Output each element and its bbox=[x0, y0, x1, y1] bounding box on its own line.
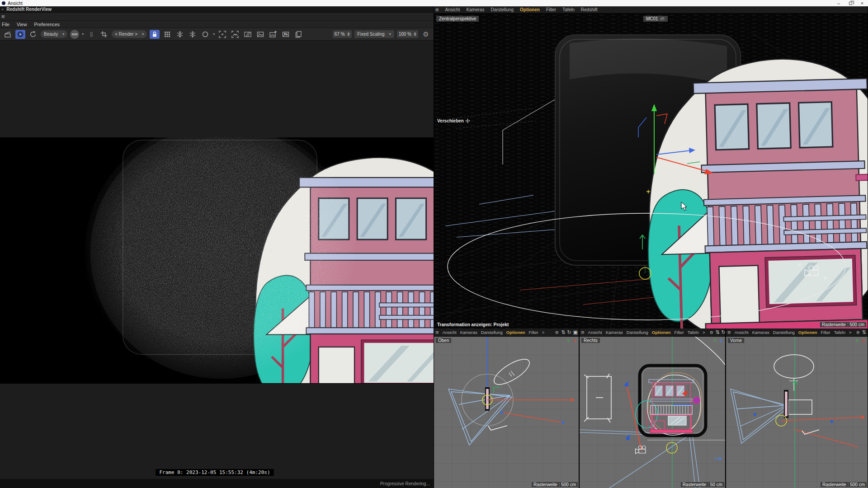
menu-filter[interactable]: Filter bbox=[675, 330, 684, 335]
scale-percent-stepper[interactable]: 100 % bbox=[397, 30, 418, 38]
vorne-view-tools: ⇅ ↻ bbox=[855, 330, 868, 335]
stepper-arrows-icon bbox=[414, 32, 416, 36]
menu-filter[interactable]: Filter bbox=[546, 7, 556, 12]
menu-redshift[interactable]: Redshift bbox=[581, 7, 598, 12]
scaling-mode-dropdown[interactable]: Fixed Scaling▾ bbox=[354, 30, 394, 38]
menu-ansicht[interactable]: Ansicht bbox=[735, 330, 749, 335]
menu-darstellung[interactable]: Darstellung bbox=[627, 330, 648, 335]
menu-kameras[interactable]: Kameras bbox=[466, 7, 484, 12]
camera-tag[interactable]: MC01 bbox=[643, 16, 668, 22]
grid-size-label: Rasterweite : 500 cm bbox=[532, 482, 578, 487]
viewport-rechts: ≡ Ansicht Kameras Darstellung Optionen F… bbox=[580, 328, 725, 488]
progress-text: Progressive Rendering... bbox=[380, 481, 430, 486]
stepper-arrows-icon bbox=[347, 32, 350, 36]
zoom-percent-stepper[interactable]: 67 % bbox=[333, 30, 352, 38]
lock-button[interactable] bbox=[150, 30, 160, 39]
menu-view[interactable]: View bbox=[17, 22, 27, 27]
menu-kameras[interactable]: Kameras bbox=[752, 330, 769, 335]
channel-caret-icon[interactable]: ▾ bbox=[82, 31, 84, 38]
hamburger-icon[interactable]: ≡ bbox=[581, 330, 585, 335]
oben-canvas[interactable]: Oben YX Rasterweite : 500 cm bbox=[434, 337, 579, 488]
menu-optionen[interactable]: Optionen bbox=[798, 330, 817, 335]
menu-optionen[interactable]: Optionen bbox=[652, 330, 671, 335]
menu-filter[interactable]: Filter bbox=[821, 330, 830, 335]
grid-size-label: Rasterweite : 50 cm bbox=[681, 482, 724, 487]
vorne-scene bbox=[726, 337, 868, 488]
region-caret-icon[interactable]: ▾ bbox=[213, 31, 215, 38]
menu-tafeln[interactable]: Tafeln bbox=[688, 330, 699, 335]
menu-ansicht[interactable]: Ansicht bbox=[588, 330, 602, 335]
start-render-button[interactable] bbox=[15, 30, 25, 39]
restart-render-button[interactable] bbox=[28, 30, 38, 39]
snapshot-film-button[interactable] bbox=[3, 30, 13, 39]
viewport-name-label: Vorne bbox=[728, 338, 744, 343]
restore-button[interactable] bbox=[844, 0, 856, 6]
menu-darstellung[interactable]: Darstellung bbox=[773, 330, 795, 335]
aov-compare-button[interactable] bbox=[243, 30, 253, 39]
menu-optionen[interactable]: Optionen bbox=[506, 330, 525, 335]
snapshot-add-button[interactable] bbox=[268, 30, 278, 39]
crop-button[interactable] bbox=[99, 30, 109, 39]
menu-kameras[interactable]: Kameras bbox=[460, 330, 477, 335]
pan-hand-icon[interactable] bbox=[709, 330, 714, 335]
region-circle-button[interactable] bbox=[200, 30, 210, 39]
menu-more[interactable]: > bbox=[542, 330, 545, 335]
channel-rgb-button[interactable]: RGB bbox=[70, 30, 79, 39]
snapshot-image-button[interactable] bbox=[255, 30, 265, 39]
copy-image-button[interactable] bbox=[293, 30, 303, 39]
settings-gear-button[interactable]: ⚙ bbox=[421, 30, 431, 39]
hamburger-icon[interactable]: ≡ bbox=[727, 330, 731, 335]
menu-more[interactable]: > bbox=[849, 330, 852, 335]
menu-more[interactable]: > bbox=[703, 330, 705, 335]
dolly-icon[interactable]: ⇅ bbox=[716, 330, 720, 335]
minimize-button[interactable]: – bbox=[833, 0, 844, 6]
menu-kameras[interactable]: Kameras bbox=[606, 330, 623, 335]
app-icon bbox=[2, 1, 5, 5]
dither-icon-button[interactable]: ⣿ bbox=[86, 30, 96, 39]
menu-optionen[interactable]: Optionen bbox=[520, 7, 540, 12]
perspective-viewport[interactable]: Zentralperspektive MC01 Verschieben Tran… bbox=[434, 14, 868, 328]
hamburger-icon[interactable]: ≡ bbox=[435, 330, 439, 335]
focus-region-button[interactable] bbox=[230, 30, 240, 39]
focus-point-button[interactable] bbox=[217, 30, 227, 39]
menu-darstellung[interactable]: Darstellung bbox=[481, 330, 503, 335]
menu-preferences[interactable]: Preferences bbox=[34, 22, 60, 27]
restore-icon bbox=[849, 2, 852, 5]
close-button[interactable]: × bbox=[856, 0, 868, 6]
menu-ansicht[interactable]: Ansicht bbox=[445, 7, 460, 12]
menu-tafeln[interactable]: Tafeln bbox=[562, 7, 575, 12]
maximize-view-icon[interactable]: ▣ bbox=[573, 330, 578, 335]
send-to-pv-button[interactable]: PV bbox=[281, 30, 291, 39]
render-canvas[interactable] bbox=[0, 137, 434, 384]
dolly-icon[interactable]: ⇅ bbox=[561, 330, 565, 335]
menu-filter[interactable]: Filter bbox=[529, 330, 538, 335]
hamburger-icon[interactable]: ≡ bbox=[1, 14, 5, 19]
viewport-name-label: Rechts bbox=[581, 338, 600, 343]
pan-hand-icon[interactable] bbox=[855, 330, 860, 335]
viewport-oben: ≡ Ansicht Kameras Darstellung Optionen F… bbox=[434, 328, 579, 488]
pv-label: PV bbox=[284, 33, 287, 35]
vorne-canvas[interactable]: Vorne YX Rasterweite : 500 cm bbox=[726, 337, 868, 488]
dolly-icon[interactable]: ⇅ bbox=[862, 330, 866, 335]
menu-ansicht[interactable]: Ansicht bbox=[443, 330, 457, 335]
snapshot-freeze-button[interactable] bbox=[175, 30, 185, 39]
render-pass-dropdown[interactable]: Beauty▾ bbox=[41, 30, 67, 38]
render-camera-dropdown[interactable]: < Render >▾ bbox=[112, 30, 147, 38]
pan-hand-icon[interactable] bbox=[554, 330, 559, 335]
snapshot-freeze-g-button[interactable] bbox=[188, 30, 198, 39]
grid-button[interactable] bbox=[162, 30, 172, 39]
rechts-menubar: ≡ Ansicht Kameras Darstellung Optionen F… bbox=[580, 328, 725, 337]
frame-info: Frame 0: 2023-12-05 15:55:32 (4m:20s) bbox=[156, 469, 274, 476]
menu-file[interactable]: File bbox=[2, 22, 9, 27]
viewport-panel: ≡ Ansicht Kameras Darstellung Optionen F… bbox=[434, 6, 868, 488]
rechts-canvas[interactable]: Rechts YZ Rasterweite : 50 cm bbox=[580, 337, 725, 488]
rotate-icon[interactable]: ↻ bbox=[722, 330, 726, 335]
menu-tafeln[interactable]: Tafeln bbox=[834, 330, 845, 335]
viewport-name-label: Zentralperspektive bbox=[436, 16, 479, 22]
panel-close-icon[interactable]: × bbox=[1, 7, 4, 12]
hamburger-icon[interactable]: ≡ bbox=[435, 8, 439, 12]
perspective-scene bbox=[434, 14, 868, 328]
rotate-icon[interactable]: ↻ bbox=[567, 330, 571, 335]
menu-darstellung[interactable]: Darstellung bbox=[491, 7, 514, 12]
renderview-toolbar: Beauty▾ RGB ▾ ⣿ < Render >▾ ▾ bbox=[0, 28, 434, 41]
